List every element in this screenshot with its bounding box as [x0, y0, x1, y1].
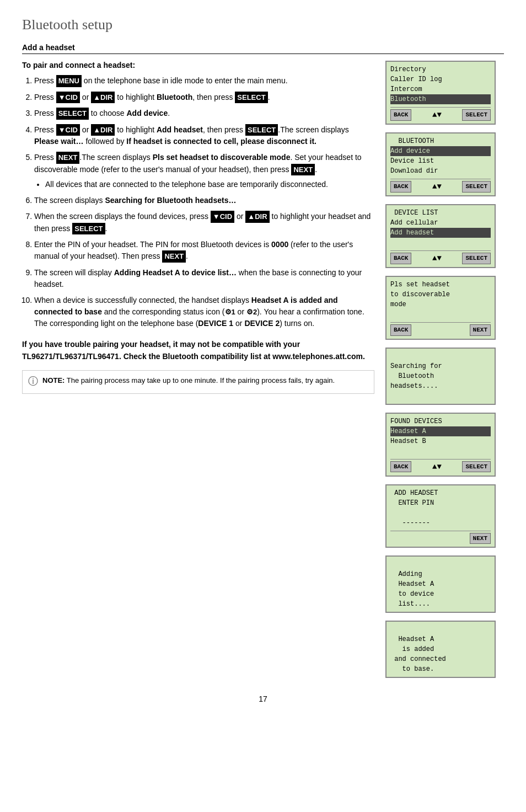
lcd-highlight-line: Add headset: [390, 228, 491, 238]
warning-text: If you have trouble pairing your headset…: [22, 338, 374, 363]
lcd-line: FOUND DEVICES: [390, 416, 491, 426]
lcd-line: Headset A: [390, 634, 491, 644]
lcd-line: DEVICE LIST: [390, 208, 491, 218]
note-box: ⓘ NOTE: The pairing process may take up …: [22, 370, 374, 394]
key-vcid-2: ▼CID: [56, 92, 80, 104]
key-next-8: NEXT: [162, 250, 186, 263]
step-5-bullets: All devices that are connected to the te…: [34, 179, 374, 190]
lcd-buttons: BACK ▲▼ SELECT: [390, 179, 491, 193]
step-4: Press ▼CID or ▲DIR to highlight Add head…: [34, 124, 374, 148]
lcd-line: [390, 559, 491, 569]
lcd-line: Intercom: [390, 84, 491, 94]
next-button: NEXT: [470, 533, 491, 544]
lcd-line: -------: [390, 518, 491, 528]
key-select-2: SELECT: [235, 92, 267, 104]
lcd-line: Add cellular: [390, 218, 491, 228]
lcd-buttons: BACK ▲▼ SELECT: [390, 107, 491, 121]
lcd-line: [390, 508, 491, 518]
key-select-3: SELECT: [56, 108, 89, 120]
lcd-screen-4: Pls set headset to discoverable mode BAC…: [385, 276, 496, 340]
lcd-buttons: BACK NEXT: [390, 322, 491, 336]
lcd-line: list....: [390, 599, 491, 609]
lcd-line: [390, 624, 491, 634]
key-adir-7: ▲DIR: [245, 211, 269, 223]
note-content: NOTE: The pairing process may take up to…: [42, 375, 335, 386]
lcd-screen-5: Searching for Bluetooth headsets....: [385, 348, 496, 405]
lcd-line: to device: [390, 589, 491, 599]
lcd-line: Download dir: [390, 166, 491, 176]
lcd-line: Device list: [390, 156, 491, 166]
lcd-line: to discoverable: [390, 290, 491, 300]
lcd-line: to base.: [390, 664, 491, 674]
key-select-7: SELECT: [72, 223, 105, 235]
lcd-line: [390, 238, 491, 248]
key-next-5b: NEXT: [291, 164, 315, 176]
key-vcid-7: ▼CID: [211, 211, 234, 223]
key-next-5: NEXT: [56, 152, 80, 164]
key-menu: MENU: [56, 75, 82, 87]
lcd-screen-1: Directory Caller ID log Intercom Bluetoo…: [385, 61, 496, 125]
lcd-line: Searching for: [390, 361, 491, 371]
lcd-screen-8: Adding Headset A to device list....: [385, 555, 496, 613]
lcd-screen-9: Headset A is added and connected to base…: [385, 621, 496, 678]
key-vcid-4: ▼CID: [56, 124, 80, 136]
info-icon: ⓘ: [28, 374, 38, 389]
step-6: The screen displays Searching for Blueto…: [34, 195, 374, 206]
lcd-line: ENTER PIN: [390, 498, 491, 508]
lcd-line: Bluetooth: [390, 371, 491, 381]
key-adir-4: ▲DIR: [91, 124, 115, 136]
lcd-screen-7: ADD HEADSET ENTER PIN ------- NEXT: [385, 484, 496, 548]
key-select-4: SELECT: [245, 124, 278, 136]
page-number: 17: [22, 695, 504, 703]
lcd-highlight-line: Add device: [390, 146, 491, 156]
select-button: SELECT: [462, 461, 491, 473]
lcd-line: Directory: [390, 65, 491, 74]
subheading: To pair and connect a headset:: [22, 61, 374, 70]
lcd-screen-3: DEVICE LIST Add cellular Add headset BAC…: [385, 204, 496, 268]
step-3: Press SELECT to choose Add device.: [34, 108, 374, 120]
lcd-line: BLUETOOTH: [390, 136, 491, 146]
select-button: SELECT: [462, 253, 491, 264]
back-button: BACK: [390, 461, 411, 473]
page-title: Bluetooth setup: [22, 17, 504, 33]
lcd-line: Headset A: [390, 579, 491, 589]
right-column: Directory Caller ID log Intercom Bluetoo…: [385, 61, 504, 678]
lcd-highlight-line: Headset A: [390, 426, 491, 436]
lcd-line: headsets....: [390, 381, 491, 391]
arrow-button: ▲▼: [432, 461, 442, 473]
step-7: When the screen displays the found devic…: [34, 211, 374, 234]
lcd-line: [390, 351, 491, 361]
section-heading: Add a headset: [22, 43, 504, 54]
lcd-screen-2: BLUETOOTH Add device Device list Downloa…: [385, 132, 496, 196]
back-button: BACK: [390, 109, 411, 121]
lcd-buttons: BACK ▲▼ SELECT: [390, 459, 491, 473]
lcd-line: [390, 309, 491, 319]
step-8: Enter the PIN of your headset. The PIN f…: [34, 239, 374, 263]
lcd-buttons: NEXT: [390, 531, 491, 544]
lcd-line: Headset B: [390, 436, 491, 446]
arrow-button: ▲▼: [432, 181, 442, 193]
lcd-line: Adding: [390, 569, 491, 579]
lcd-line: [390, 391, 491, 401]
lcd-line: mode: [390, 300, 491, 309]
key-adir-2: ▲DIR: [91, 92, 115, 104]
arrow-button: ▲▼: [432, 253, 442, 264]
lcd-line: Caller ID log: [390, 74, 491, 84]
left-column: To pair and connect a headset: Press MEN…: [22, 61, 374, 678]
lcd-line: [390, 446, 491, 456]
back-button: BACK: [390, 324, 411, 336]
back-button: BACK: [390, 253, 411, 264]
step-1: Press MENU on the telephone base in idle…: [34, 75, 374, 87]
lcd-buttons: BACK ▲▼ SELECT: [390, 250, 491, 264]
lcd-line: Pls set headset: [390, 280, 491, 290]
step-5: Press NEXT.The screen displays Pls set h…: [34, 152, 374, 190]
lcd-highlight-line: Bluetooth: [390, 94, 491, 104]
lcd-line: and connected: [390, 654, 491, 664]
lcd-screen-6: FOUND DEVICES Headset A Headset B BACK ▲…: [385, 413, 496, 477]
select-button: SELECT: [462, 181, 491, 193]
steps-list: Press MENU on the telephone base in idle…: [22, 75, 374, 329]
back-button: BACK: [390, 181, 411, 193]
step-2: Press ▼CID or ▲DIR to highlight Bluetoot…: [34, 92, 374, 104]
lcd-line: ADD HEADSET: [390, 488, 491, 498]
arrow-button: ▲▼: [432, 109, 442, 121]
